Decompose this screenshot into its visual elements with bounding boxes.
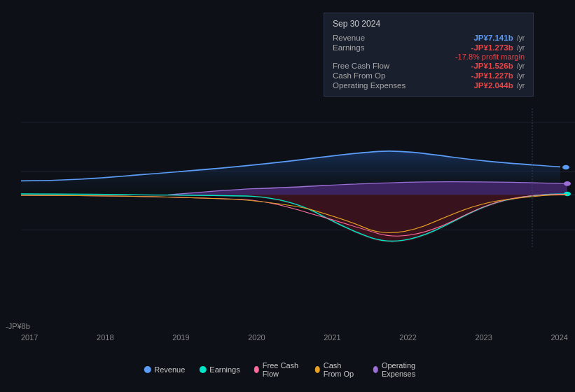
legend-item-opex[interactable]: Operating Expenses [373,361,431,378]
legend-dot-revenue [144,366,151,373]
tooltip-row-cashfromop: Cash From Op -JP¥1.227b /yr [333,71,525,80]
tooltip-row-fcf: Free Cash Flow -JP¥1.526b /yr [333,61,525,71]
legend-label-earnings: Earnings [209,365,240,374]
svg-point-7 [564,192,571,197]
x-label-2023: 2023 [475,333,492,342]
tooltip-row-opex: Operating Expenses JP¥2.044b /yr [333,80,525,90]
legend-dot-opex [373,366,378,373]
x-label-2022: 2022 [399,333,416,342]
svg-point-6 [564,181,571,186]
x-label-2020: 2020 [248,333,265,342]
tooltip-profit-margin: -17.8% profit margin [333,52,525,61]
x-label-2017: 2017 [21,333,38,342]
legend-item-earnings[interactable]: Earnings [199,365,240,374]
legend-label-opex: Operating Expenses [382,361,431,378]
legend-label-cashfromop: Cash From Op [324,361,359,378]
tooltip-value-cashfromop: -JP¥1.227b /yr [471,71,525,80]
tooltip-row-revenue: Revenue JP¥7.141b /yr [333,33,525,43]
x-label-2021: 2021 [324,333,340,342]
x-axis-labels: 2017 2018 2019 2020 2021 2022 2023 2024 [21,333,568,342]
x-label-2018: 2018 [97,333,113,342]
legend-item-cashfromop[interactable]: Cash From Op [315,361,359,378]
tooltip-value-earnings: -JP¥1.273b /yr [471,43,525,52]
legend-label-revenue: Revenue [154,365,185,374]
tooltip-label-fcf: Free Cash Flow [333,62,410,70]
tooltip-label-cashfromop: Cash From Op [333,71,410,80]
chart-legend: Revenue Earnings Free Cash Flow Cash Fro… [144,361,431,378]
svg-point-5 [562,165,569,170]
tooltip-label-opex: Operating Expenses [333,81,410,90]
legend-dot-fcf [254,366,259,373]
tooltip-value-revenue: JP¥7.141b /yr [473,34,525,42]
x-label-2024: 2024 [550,333,567,342]
legend-dot-cashfromop [315,366,320,373]
tooltip-value-fcf: -JP¥1.526b /yr [471,62,525,70]
tooltip-box: Sep 30 2024 Revenue JP¥7.141b /yr Earnin… [324,13,534,97]
legend-item-fcf[interactable]: Free Cash Flow [254,361,301,378]
chart-svg [0,108,575,332]
x-label-2019: 2019 [172,333,189,342]
tooltip-date: Sep 30 2024 [333,19,525,29]
legend-label-fcf: Free Cash Flow [263,361,301,378]
tooltip-label-revenue: Revenue [333,34,410,42]
legend-dot-earnings [199,366,206,373]
tooltip-label-earnings: Earnings [333,43,410,52]
tooltip-row-earnings: Earnings -JP¥1.273b /yr [333,43,525,52]
legend-item-revenue[interactable]: Revenue [144,365,185,374]
tooltip-value-opex: JP¥2.044b /yr [473,81,525,90]
